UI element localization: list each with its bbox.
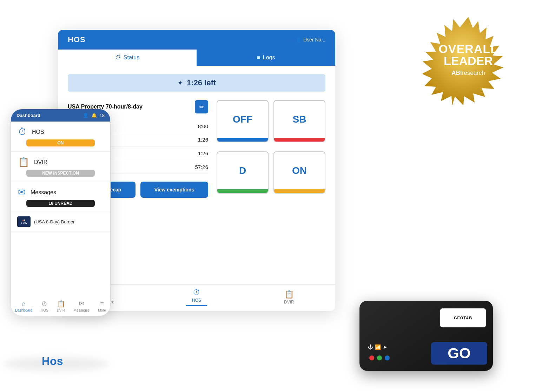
tablet-dvir-label: DVIR (284, 300, 294, 305)
tablet-user: 👤 User Na... (295, 37, 325, 43)
phone-messages-label: Messages (31, 189, 56, 196)
status-on-label: ON (274, 152, 325, 189)
light-green (377, 355, 382, 360)
phone-border-row[interactable]: 🚛8-Day (USA 8-Day) Border (11, 212, 110, 231)
status-btn-d[interactable]: D (217, 151, 269, 194)
dvir-nav-label: DVIR (57, 308, 65, 312)
phone-hos-section[interactable]: ⏱ HOS ON (11, 122, 110, 152)
device-go-area: GO (431, 342, 487, 365)
device-brand-label: GEOTAB (454, 316, 472, 320)
phone-dvir-section[interactable]: 📋 DVIR NEW INSPECTION (11, 152, 110, 182)
device-body: GEOTAB ⏻ 📶 ➤ GO (359, 301, 493, 371)
timer-icon: ✦ (177, 79, 183, 87)
light-blue (385, 355, 390, 360)
tablet-hos-label: HOS (192, 298, 201, 303)
status-off-label: OFF (217, 101, 268, 138)
messages-section-icon: ✉ (18, 187, 26, 198)
phone-header: Dashboard 👤 🔔 18 (11, 109, 110, 122)
dvir-section-icon: 📋 (18, 157, 29, 168)
hos-on-badge: ON (26, 139, 94, 146)
device-lights (369, 355, 390, 360)
driving-value: 1:26 (198, 137, 208, 143)
logs-tab-label: Logs (263, 54, 275, 61)
tablet-hos-underline (186, 305, 207, 306)
badge-abi-normal: research (462, 70, 485, 76)
notification-count: 18 (100, 113, 105, 118)
hos-section-icon: ⏱ (18, 126, 27, 137)
phone-nav-dashboard[interactable]: ⌂ Dashboard (15, 300, 32, 312)
phone-messages-section[interactable]: ✉ Messages 18 UNREAD (11, 182, 110, 212)
phone-header-title: Dashboard (16, 113, 40, 118)
device-icons-row: ⏻ 📶 ➤ (368, 344, 387, 350)
phone-nav-messages[interactable]: ✉ Messages (74, 300, 90, 312)
arrow-icon: ➤ (383, 344, 387, 350)
phone-nav-dvir[interactable]: 📋 DVIR (57, 300, 65, 312)
more-nav-icon: ≡ (100, 300, 104, 308)
tablet-dvir-icon: 📋 (284, 290, 294, 299)
light-red (369, 355, 374, 360)
hos-status-buttons: OFF SB D ON (217, 100, 325, 198)
phone-header-icons: 👤 🔔 18 (83, 113, 105, 118)
more-nav-label: More (98, 308, 106, 312)
tablet-logo: HOS (68, 35, 86, 44)
edit-ruleset-button[interactable]: ✏ (195, 100, 208, 113)
phone-bottom-nav: ⌂ Dashboard ⏱ HOS 📋 DVIR ✉ Messages ≡ Mo… (11, 297, 110, 316)
messages-unread-badge: 18 UNREAD (26, 200, 94, 207)
status-sb-bar (274, 138, 325, 142)
timer-text: 1:26 left (187, 78, 216, 87)
logs-tab-icon: ≡ (257, 54, 260, 61)
user-avatar-icon: 👤 (295, 37, 301, 43)
status-on-bar (274, 189, 325, 193)
status-btn-on[interactable]: ON (273, 151, 325, 194)
status-d-label: D (217, 152, 268, 189)
tablet-tabs: ⏱ Status ≡ Logs (58, 50, 335, 66)
status-off-bar (217, 138, 268, 142)
gold-badge: OVERALL LEADER ABIresearch (423, 14, 514, 105)
signal-icon: 📶 (375, 344, 381, 350)
status-tab-label: Status (124, 54, 139, 61)
status-btn-sb[interactable]: SB (273, 100, 325, 142)
dashboard-nav-icon: ⌂ (22, 300, 26, 308)
timer-bar: ✦ 1:26 left (68, 74, 325, 92)
dashboard-nav-label: Dashboard (15, 308, 32, 312)
badge-text-container: OVERALL LEADER ABIresearch (438, 43, 498, 77)
messages-nav-icon: ✉ (79, 300, 84, 308)
badge-abi: ABIresearch (438, 70, 498, 77)
tab-status[interactable]: ⏱ Status (58, 50, 197, 66)
phone-nav-more[interactable]: ≡ More (98, 300, 106, 312)
tablet-hos-icon: ⏱ (193, 288, 200, 297)
tab-logs[interactable]: ≡ Logs (197, 50, 335, 66)
hos-nav-label: HOS (41, 308, 48, 312)
badge-overall: OVERALL (438, 43, 498, 55)
border-label: (USA 8-Day) Border (34, 219, 75, 224)
cycle-value: 57:26 (195, 164, 208, 170)
workday-value: 1:26 (198, 150, 208, 156)
dvir-nav-icon: 📋 (57, 300, 65, 308)
status-btn-off[interactable]: OFF (217, 100, 269, 142)
phone-nav-hos[interactable]: ⏱ HOS (41, 300, 48, 312)
tablet-header: HOS 👤 User Na... (58, 30, 335, 50)
tablet-nav-dvir[interactable]: 📋 DVIR (275, 290, 303, 305)
phone-mockup: Dashboard 👤 🔔 18 ⏱ HOS ON 📋 DVIR NEW INS… (11, 109, 111, 316)
main-scene: Dashboard 👤 🔔 18 ⏱ HOS ON 📋 DVIR NEW INS… (0, 0, 535, 392)
badge-leader: LEADER (438, 55, 498, 67)
status-sb-label: SB (274, 101, 325, 138)
user-icon: 👤 (83, 113, 88, 118)
hos-bottom-label: Hos (42, 355, 63, 368)
geotab-device: GEOTAB ⏻ 📶 ➤ GO (359, 273, 500, 371)
phone-dvir-label: DVIR (34, 159, 47, 165)
tablet-nav-hos[interactable]: ⏱ HOS (183, 288, 211, 306)
hos-nav-icon: ⏱ (41, 300, 48, 308)
rest-value: 8:00 (198, 123, 208, 129)
device-go-text: GO (448, 346, 470, 361)
border-thumb: 🚛8-Day (17, 216, 31, 227)
messages-nav-label: Messages (74, 308, 90, 312)
phone-hos-label: HOS (32, 129, 44, 135)
device-label-area: GEOTAB (440, 308, 486, 327)
power-icon: ⏻ (368, 344, 373, 350)
status-d-bar (217, 189, 268, 193)
status-tab-icon: ⏱ (115, 54, 121, 61)
view-exemptions-button[interactable]: View exemptions (140, 182, 208, 198)
badge-abi-bold: ABI (451, 70, 462, 76)
dvir-new-inspection-badge[interactable]: NEW INSPECTION (26, 170, 94, 177)
